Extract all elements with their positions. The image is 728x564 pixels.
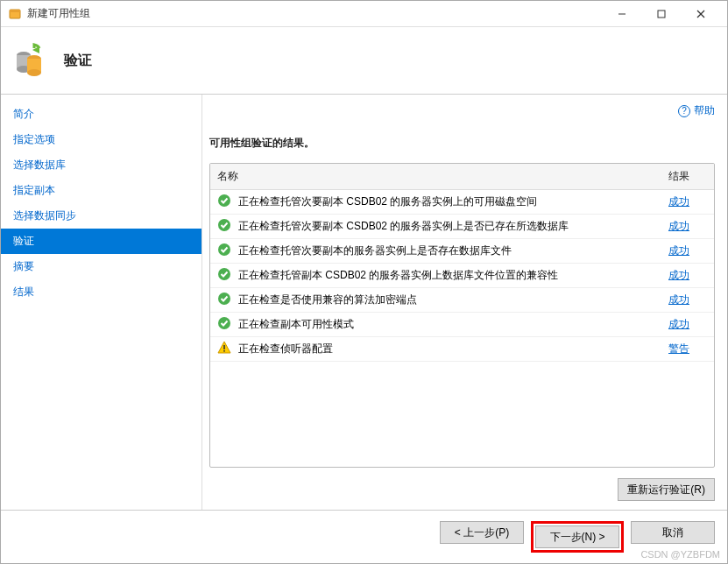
validation-table-wrap: 名称 结果 正在检查托管次要副本 CSDB02 的服务器实例上的可用磁盘空间成功…: [209, 163, 715, 468]
app-icon: [8, 7, 22, 21]
titlebar: 新建可用性组: [1, 1, 727, 27]
help-row: ? 帮助: [209, 103, 715, 136]
close-button[interactable]: [681, 2, 720, 26]
table-row: 正在检查托管副本 CSDB02 的服务器实例上数据库文件位置的兼容性成功: [210, 264, 714, 288]
result-link[interactable]: 成功: [668, 244, 689, 257]
row-result: 警告: [661, 337, 714, 362]
help-link[interactable]: ? 帮助: [678, 103, 715, 118]
sidebar-item-3[interactable]: 指定副本: [1, 178, 201, 203]
rerun-validation-button[interactable]: 重新运行验证(R): [618, 478, 715, 501]
window-controls: [602, 2, 720, 26]
content-area: ? 帮助 可用性组验证的结果。 名称 结果 正在检查托管次要副本 CSDB02 …: [202, 95, 727, 510]
row-result: 成功: [661, 190, 714, 215]
sidebar-item-6[interactable]: 摘要: [1, 254, 201, 279]
previous-button[interactable]: < 上一步(P): [440, 521, 524, 544]
svg-rect-3: [658, 11, 665, 18]
table-row: 正在检查托管次要副本 CSDB02 的服务器实例上的可用磁盘空间成功: [210, 190, 714, 215]
col-header-name[interactable]: 名称: [210, 164, 661, 190]
row-name: 正在检查托管副本 CSDB02 的服务器实例上数据库文件位置的兼容性: [231, 264, 661, 288]
window-title: 新建可用性组: [27, 6, 602, 21]
table-row: 正在检查副本可用性模式成功: [210, 313, 714, 337]
result-link[interactable]: 成功: [668, 269, 689, 281]
validation-table: 名称 结果 正在检查托管次要副本 CSDB02 的服务器实例上的可用磁盘空间成功…: [210, 164, 714, 362]
sidebar-item-7[interactable]: 结果: [1, 279, 201, 305]
status-icon-success: [210, 288, 231, 313]
row-name: 正在检查托管次要副本 CSDB02 的服务器实例上是否已存在所选数据库: [231, 215, 661, 239]
sidebar-item-0[interactable]: 简介: [1, 102, 201, 127]
table-row: 正在检查托管次要副本的服务器实例上是否存在数据库文件成功: [210, 239, 714, 264]
result-link[interactable]: 成功: [668, 318, 689, 330]
col-header-result[interactable]: 结果: [661, 164, 714, 190]
row-name: 正在检查托管次要副本 CSDB02 的服务器实例上的可用磁盘空间: [231, 190, 661, 215]
status-icon-warning: [210, 337, 231, 362]
help-label: 帮助: [694, 103, 715, 118]
row-name: 正在检查侦听器配置: [231, 337, 661, 362]
svg-rect-1: [10, 10, 20, 12]
row-result: 成功: [661, 288, 714, 313]
row-name: 正在检查是否使用兼容的算法加密端点: [231, 288, 661, 313]
svg-point-12: [27, 69, 41, 76]
watermark: CSDN @YZBFDM: [640, 549, 720, 560]
status-icon-success: [210, 190, 231, 215]
wizard-body: 简介指定选项选择数据库指定副本选择数据同步验证摘要结果 ? 帮助 可用性组验证的…: [1, 95, 727, 510]
sidebar-item-2[interactable]: 选择数据库: [1, 152, 201, 178]
result-link[interactable]: 成功: [668, 293, 689, 306]
table-row: 正在检查是否使用兼容的算法加密端点成功: [210, 288, 714, 313]
row-result: 成功: [661, 239, 714, 264]
next-button-highlight: 下一步(N) >: [531, 521, 624, 553]
result-link[interactable]: 成功: [668, 220, 689, 232]
status-icon-success: [210, 264, 231, 288]
sidebar-item-5[interactable]: 验证: [1, 229, 201, 254]
row-result: 成功: [661, 264, 714, 288]
table-row: 正在检查托管次要副本 CSDB02 的服务器实例上是否已存在所选数据库成功: [210, 215, 714, 239]
row-result: 成功: [661, 313, 714, 337]
status-icon-success: [210, 215, 231, 239]
maximize-button[interactable]: [641, 2, 681, 26]
wizard-window: 新建可用性组 验证: [0, 0, 728, 564]
rerun-row: 重新运行验证(R): [209, 468, 715, 501]
status-icon-success: [210, 313, 231, 337]
result-link[interactable]: 成功: [668, 195, 689, 208]
row-name: 正在检查副本可用性模式: [231, 313, 661, 337]
wizard-footer: < 上一步(P) 下一步(N) > 取消: [1, 510, 727, 563]
sidebar-nav: 简介指定选项选择数据库指定副本选择数据同步验证摘要结果: [1, 95, 202, 510]
next-button[interactable]: 下一步(N) >: [535, 525, 619, 548]
wizard-header: 验证: [1, 27, 727, 95]
svg-rect-21: [223, 350, 225, 352]
svg-rect-20: [223, 345, 225, 349]
sidebar-item-1[interactable]: 指定选项: [1, 127, 201, 152]
help-icon: ?: [678, 105, 690, 117]
row-result: 成功: [661, 215, 714, 239]
result-link[interactable]: 警告: [668, 342, 689, 355]
wizard-header-icon: [13, 43, 48, 78]
table-row: 正在检查侦听器配置警告: [210, 337, 714, 362]
minimize-button[interactable]: [602, 2, 641, 26]
row-name: 正在检查托管次要副本的服务器实例上是否存在数据库文件: [231, 239, 661, 264]
page-title: 验证: [64, 52, 92, 70]
cancel-button[interactable]: 取消: [631, 521, 715, 544]
sidebar-item-4[interactable]: 选择数据同步: [1, 203, 201, 229]
validation-subtitle: 可用性组验证的结果。: [209, 136, 715, 151]
status-icon-success: [210, 239, 231, 264]
